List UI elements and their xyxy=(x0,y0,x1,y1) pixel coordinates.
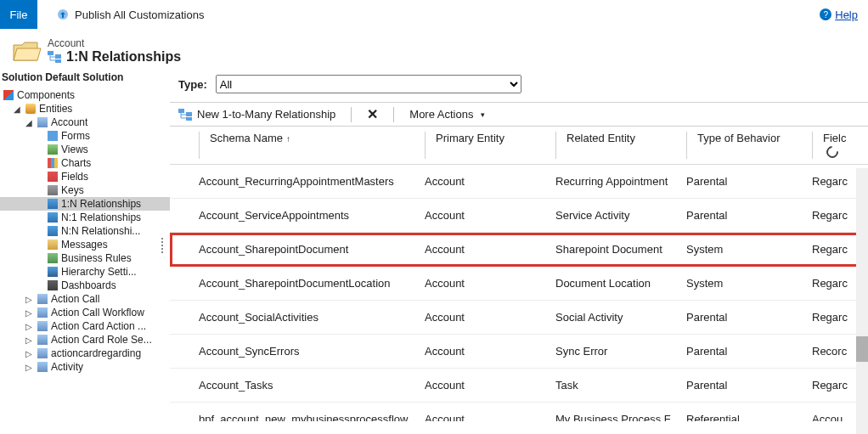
cell-primary: Account xyxy=(425,175,555,188)
nav-business-rules[interactable]: Business Rules xyxy=(0,251,170,265)
entity-icon xyxy=(37,362,48,372)
nav-components[interactable]: Components xyxy=(0,88,170,102)
col-related-entity[interactable]: Related Entity xyxy=(555,132,686,159)
publish-all-button[interactable]: Publish All Customizations xyxy=(48,4,212,25)
cell-field: Regarc xyxy=(812,277,863,290)
nav-action-card-role[interactable]: ▷Action Card Role Se... xyxy=(0,333,170,347)
svg-rect-6 xyxy=(186,117,192,121)
cell-related: Document Location xyxy=(555,277,686,290)
views-icon xyxy=(48,144,58,155)
nav-n1-relationships[interactable]: N:1 Relationships xyxy=(0,211,170,224)
more-actions-button[interactable]: More Actions ▾ xyxy=(409,108,485,121)
refresh-icon[interactable] xyxy=(824,144,841,161)
file-menu-button[interactable]: File xyxy=(0,0,37,29)
cell-primary: Account xyxy=(425,277,555,290)
svg-rect-4 xyxy=(178,109,184,113)
page-header: Account 1:N Relationships xyxy=(0,29,868,68)
table-row[interactable]: Account_SyncErrorsAccountSync ErrorParen… xyxy=(170,335,868,369)
entity-label: Account xyxy=(48,37,181,49)
caret-icon: ▷ xyxy=(25,363,34,372)
type-select[interactable]: All xyxy=(216,75,521,93)
chevron-down-icon: ▾ xyxy=(481,110,485,119)
cell-field: Accou xyxy=(812,413,863,421)
col-schema-name[interactable]: Schema Name↑ xyxy=(199,132,425,159)
caret-icon: ▷ xyxy=(25,335,34,345)
folder-open-icon xyxy=(12,38,42,64)
cell-schema: Account_SocialActivities xyxy=(199,311,425,324)
nav-views[interactable]: Views xyxy=(0,143,170,156)
cell-behavior: System xyxy=(686,277,812,290)
cell-behavior: System xyxy=(686,243,812,256)
caret-icon: ▷ xyxy=(25,322,34,331)
cell-behavior: Parental xyxy=(686,379,812,392)
help-label: Help xyxy=(835,8,858,21)
type-filter-row: Type: All xyxy=(170,68,868,102)
cell-primary: Account xyxy=(425,243,555,256)
cell-schema: Account_RecurringAppointmentMasters xyxy=(199,175,425,188)
col-field[interactable]: Fielc xyxy=(812,132,854,159)
cell-field: Regarc xyxy=(812,243,863,256)
entities-icon xyxy=(25,104,36,114)
table-row[interactable]: Account_SocialActivitiesAccountSocial Ac… xyxy=(170,301,868,335)
entity-icon xyxy=(37,307,48,318)
nav-hierarchy-settings[interactable]: Hierarchy Setti... xyxy=(0,265,170,279)
cell-schema: bpf_account_new_mybusinessprocessflow xyxy=(199,413,425,421)
cell-behavior: Parental xyxy=(686,209,812,222)
keys-icon xyxy=(48,185,58,195)
cell-primary: Account xyxy=(425,311,555,324)
col-behavior[interactable]: Type of Behavior xyxy=(686,132,812,159)
cell-field: Regarc xyxy=(812,209,863,222)
nav-1n-relationships[interactable]: 1:N Relationships xyxy=(0,197,170,211)
publish-label: Publish All Customizations xyxy=(75,8,204,21)
caret-icon: ◢ xyxy=(14,104,22,114)
nav-account[interactable]: ◢Account xyxy=(0,116,170,129)
cell-field: Regarc xyxy=(812,379,863,392)
nav-charts[interactable]: Charts xyxy=(0,156,170,170)
nav-fields[interactable]: Fields xyxy=(0,170,170,183)
separator xyxy=(393,107,394,122)
new-relationship-label: New 1-to-Many Relationship xyxy=(197,108,335,121)
table-row[interactable]: Account_SharepointDocumentLocationAccoun… xyxy=(170,267,868,301)
delete-button[interactable]: ✕ xyxy=(367,106,378,122)
grid-body[interactable]: Account_RecurringAppointmentMastersAccou… xyxy=(170,165,868,421)
delete-icon: ✕ xyxy=(367,106,378,122)
table-row[interactable]: Account_TasksAccountTaskParentalRegarc xyxy=(170,369,868,403)
charts-icon xyxy=(48,158,58,168)
cell-behavior: Parental xyxy=(686,345,812,358)
nav-messages[interactable]: Messages xyxy=(0,238,170,251)
nav-dashboards[interactable]: Dashboards xyxy=(0,279,170,292)
new-relationship-button[interactable]: New 1-to-Many Relationship xyxy=(178,108,335,121)
table-row[interactable]: Account_SharepointDocumentAccountSharepo… xyxy=(170,233,868,267)
table-row[interactable]: Account_RecurringAppointmentMastersAccou… xyxy=(170,165,868,199)
nav-nn-relationships[interactable]: N:N Relationshi... xyxy=(0,224,170,238)
nav-action-call[interactable]: ▷Action Call xyxy=(0,292,170,306)
nav-actioncardregarding[interactable]: ▷actioncardregarding xyxy=(0,347,170,360)
help-icon: ? xyxy=(820,8,831,20)
nav-activity[interactable]: ▷Activity xyxy=(0,360,170,374)
cell-primary: Account xyxy=(425,413,555,421)
table-row[interactable]: Account_ServiceAppointmentsAccountServic… xyxy=(170,199,868,233)
caret-icon: ▷ xyxy=(25,349,34,358)
table-row[interactable]: bpf_account_new_mybusinessprocessflowAcc… xyxy=(170,403,868,421)
nav-action-call-workflow[interactable]: ▷Action Call Workflow xyxy=(0,306,170,319)
col-primary-entity[interactable]: Primary Entity xyxy=(425,132,555,159)
vertical-scrollbar[interactable] xyxy=(856,168,868,434)
cell-related: Recurring Appointment xyxy=(555,175,686,188)
cell-field: Regarc xyxy=(812,175,863,188)
nav-forms[interactable]: Forms xyxy=(0,129,170,143)
nav-action-card-action[interactable]: ▷Action Card Action ... xyxy=(0,319,170,333)
cell-related: Sharepoint Document xyxy=(555,243,686,256)
dashboards-icon xyxy=(48,280,58,290)
cell-related: Sync Error xyxy=(555,345,686,358)
nav-keys[interactable]: Keys xyxy=(0,183,170,197)
svg-rect-2 xyxy=(55,54,61,59)
help-link[interactable]: ? Help xyxy=(820,8,858,21)
rel-icon xyxy=(48,212,58,223)
content-pane: Type: All New 1-to-Many Relationship ✕ M… xyxy=(170,68,868,421)
entity-icon xyxy=(37,348,48,358)
cell-schema: Account_Tasks xyxy=(199,379,425,392)
scrollbar-thumb[interactable] xyxy=(856,336,868,362)
splitter-handle[interactable] xyxy=(161,238,165,253)
cell-related: Service Activity xyxy=(555,209,686,222)
nav-entities[interactable]: ◢Entities xyxy=(0,102,170,116)
